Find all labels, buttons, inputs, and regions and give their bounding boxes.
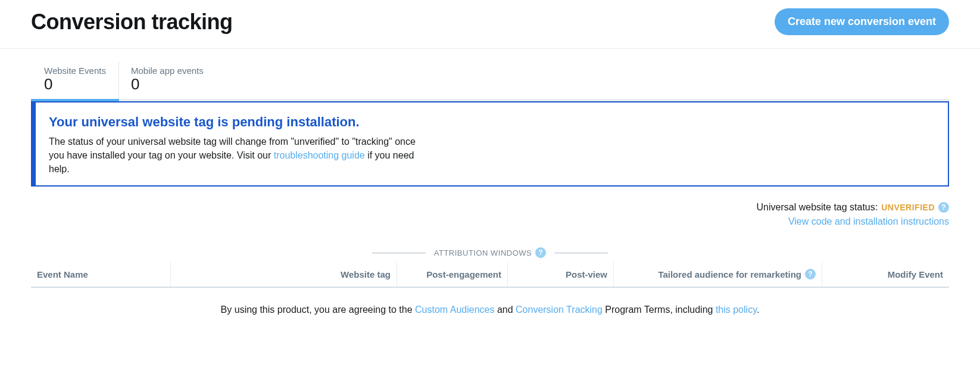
custom-audiences-link[interactable]: Custom Audiences (415, 305, 494, 315)
attribution-windows-label-wrap: ATTRIBUTION WINDOWS ? (434, 247, 547, 258)
alert-title: Your universal website tag is pending in… (49, 114, 935, 130)
col-tailored-label: Tailored audience for remarketing (658, 269, 801, 279)
col-modify-event[interactable]: Modify Event (822, 262, 949, 287)
divider-line (372, 253, 426, 253)
col-tailored-audience[interactable]: Tailored audience for remarketing ? (613, 262, 822, 287)
tabs-row: Website Events 0 Mobile app events 0 (31, 62, 949, 99)
tag-status-line: Universal website tag status: UNVERIFIED… (31, 202, 949, 213)
footer-suffix: . (757, 305, 759, 315)
help-icon[interactable]: ? (805, 269, 816, 279)
tab-underline (31, 99, 949, 101)
col-website-tag[interactable]: Website tag (170, 262, 397, 287)
attribution-windows-header: ATTRIBUTION WINDOWS ? (31, 247, 949, 258)
tag-status-value: UNVERIFIED (881, 203, 935, 212)
tab-mobile-app-events[interactable]: Mobile app events 0 (119, 62, 216, 99)
tab-label: Website Events (44, 66, 107, 76)
tab-count: 0 (131, 76, 204, 93)
footer-mid1: and (494, 305, 516, 315)
tag-status-label: Universal website tag status: (757, 202, 878, 213)
header-bar: Conversion tracking Create new conversio… (0, 0, 980, 49)
view-code-link[interactable]: View code and installation instructions (31, 216, 949, 227)
help-icon[interactable]: ? (938, 202, 949, 213)
help-icon[interactable]: ? (535, 247, 546, 258)
col-post-engagement[interactable]: Post-engagement (397, 262, 507, 287)
tab-count: 0 (44, 76, 107, 93)
troubleshooting-guide-link[interactable]: troubleshooting guide (274, 150, 365, 160)
tab-label: Mobile app events (131, 66, 204, 76)
content-area: Website Events 0 Mobile app events 0 You… (0, 62, 980, 339)
col-post-view[interactable]: Post-view (507, 262, 613, 287)
attribution-windows-label: ATTRIBUTION WINDOWS (434, 248, 532, 257)
pending-installation-alert: Your universal website tag is pending in… (31, 101, 949, 187)
page-title: Conversion tracking (31, 10, 233, 35)
alert-body: The status of your universal website tag… (49, 135, 430, 176)
divider-line (554, 253, 608, 253)
tab-website-events[interactable]: Website Events 0 (31, 62, 119, 99)
create-conversion-event-button[interactable]: Create new conversion event (775, 8, 949, 35)
footer-terms: By using this product, you are agreeing … (31, 305, 949, 339)
col-event-name[interactable]: Event Name (31, 262, 170, 287)
this-policy-link[interactable]: this policy (716, 305, 757, 315)
footer-prefix: By using this product, you are agreeing … (221, 305, 415, 315)
tag-status-block: Universal website tag status: UNVERIFIED… (31, 202, 949, 227)
conversion-tracking-link[interactable]: Conversion Tracking (516, 305, 603, 315)
events-table-header: Event Name Website tag Post-engagement P… (31, 262, 949, 288)
active-tab-indicator (31, 99, 119, 101)
footer-mid2: Program Terms, including (603, 305, 716, 315)
